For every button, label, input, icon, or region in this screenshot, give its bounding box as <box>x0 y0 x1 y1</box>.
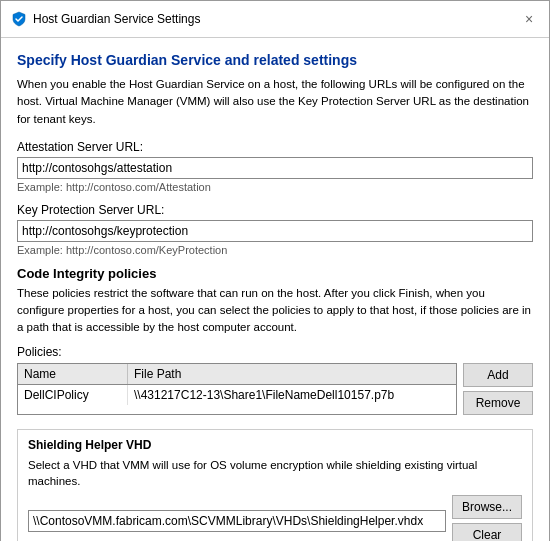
td-policy-name: DellCIPolicy <box>18 385 128 405</box>
attestation-input[interactable] <box>17 157 533 179</box>
shielding-description: Select a VHD that VMM will use for OS vo… <box>28 457 522 489</box>
policies-label: Policies: <box>17 345 533 359</box>
key-protection-input[interactable] <box>17 220 533 242</box>
shielding-action-buttons: Browse... Clear <box>452 495 522 541</box>
attestation-example: Example: http://contoso.com/Attestation <box>17 181 533 193</box>
th-filepath: File Path <box>128 364 456 384</box>
shielding-title: Shielding Helper VHD <box>28 438 522 452</box>
th-name: Name <box>18 364 128 384</box>
description-text: When you enable the Host Guardian Servic… <box>17 76 533 128</box>
title-bar-left: Host Guardian Service Settings <box>11 11 200 27</box>
dialog-title: Host Guardian Service Settings <box>33 12 200 26</box>
title-bar: Host Guardian Service Settings × <box>1 1 549 38</box>
policies-table: Name File Path DellCIPolicy \\431217C12-… <box>17 363 457 415</box>
shielding-section: Shielding Helper VHD Select a VHD that V… <box>17 429 533 542</box>
dialog-window: Host Guardian Service Settings × Specify… <box>0 0 550 541</box>
key-protection-example: Example: http://contoso.com/KeyProtectio… <box>17 244 533 256</box>
td-policy-path: \\431217C12-13\Share1\FileNameDell10157.… <box>128 385 456 405</box>
shielding-vhd-input[interactable] <box>28 510 446 532</box>
table-row[interactable]: DellCIPolicy \\431217C12-13\Share1\FileN… <box>18 385 456 405</box>
browse-button[interactable]: Browse... <box>452 495 522 519</box>
clear-button[interactable]: Clear <box>452 523 522 541</box>
close-button[interactable]: × <box>519 9 539 29</box>
ci-description: These policies restrict the software tha… <box>17 285 533 337</box>
page-title: Specify Host Guardian Service and relate… <box>17 52 533 68</box>
add-button[interactable]: Add <box>463 363 533 387</box>
dialog-content: Specify Host Guardian Service and relate… <box>1 38 549 541</box>
attestation-label: Attestation Server URL: <box>17 140 533 154</box>
key-protection-label: Key Protection Server URL: <box>17 203 533 217</box>
ci-section-title: Code Integrity policies <box>17 266 533 281</box>
shielding-row: Browse... Clear <box>28 495 522 541</box>
policies-area: Name File Path DellCIPolicy \\431217C12-… <box>17 363 533 415</box>
policies-buttons: Add Remove <box>463 363 533 415</box>
shield-icon <box>11 11 27 27</box>
table-header: Name File Path <box>18 364 456 385</box>
remove-button[interactable]: Remove <box>463 391 533 415</box>
